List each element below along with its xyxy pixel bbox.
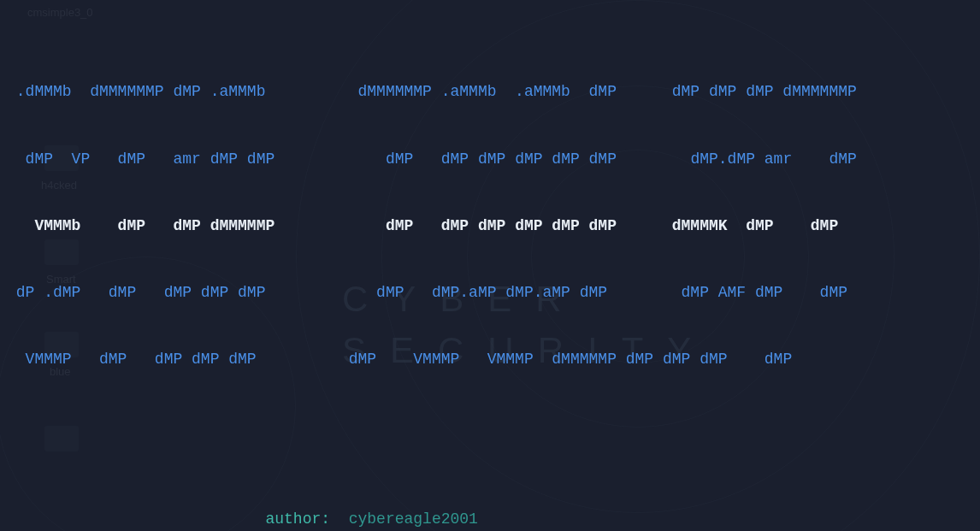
author-label: author: [265,510,330,528]
ascii-banner-line: dP .dMP dMP dMP dMP dMP dMP dMP.aMP dMP.… [7,281,973,304]
ascii-banner-line: .dMMMb dMMMMMMP dMP .aMMMb dMMMMMMP .aMM… [7,80,973,103]
terminal-output: .dMMMb dMMMMMMP dMP .aMMMb dMMMMMMP .aMM… [0,0,980,531]
info-block: author: cybereagle2001 e-mail: cybereagl… [7,463,973,531]
ascii-banner-line: VMMMb dMP dMP dMMMMMP dMP dMP dMP dMP dM… [7,215,973,237]
ascii-banner-line: dMP VP dMP amr dMP dMP dMP dMP dMP dMP d… [7,148,973,170]
author-value: cybereagle2001 [349,510,478,528]
ascii-banner-line: VMMMP dMP dMP dMP dMP dMP VMMMP VMMMP dM… [7,348,973,370]
